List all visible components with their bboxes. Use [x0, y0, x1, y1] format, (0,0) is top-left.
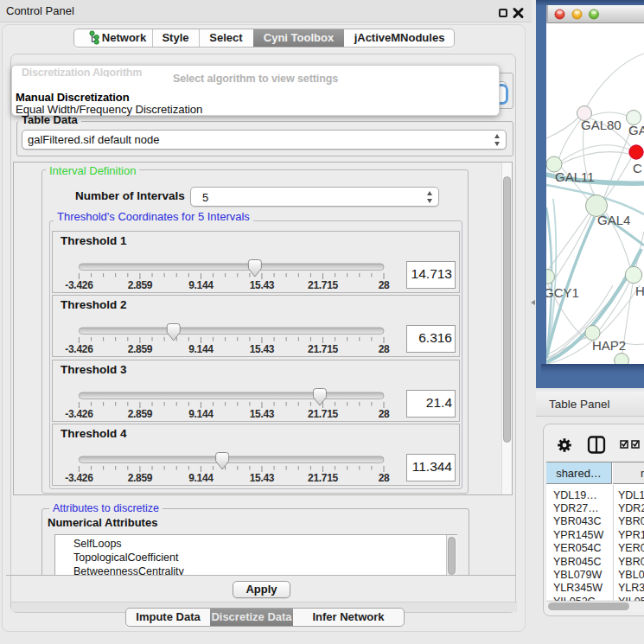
svg-text:HI: HI [635, 284, 644, 298]
svg-text:GAL11: GAL11 [555, 169, 595, 184]
svg-text:GAL80: GAL80 [581, 118, 622, 132]
svg-text:GAL4: GAL4 [597, 213, 630, 227]
svg-text:C: C [633, 161, 642, 175]
svg-text:GAL1: GAL1 [628, 123, 644, 137]
svg-text:GCY1: GCY1 [544, 285, 579, 300]
svg-text:HAP2: HAP2 [592, 338, 626, 353]
